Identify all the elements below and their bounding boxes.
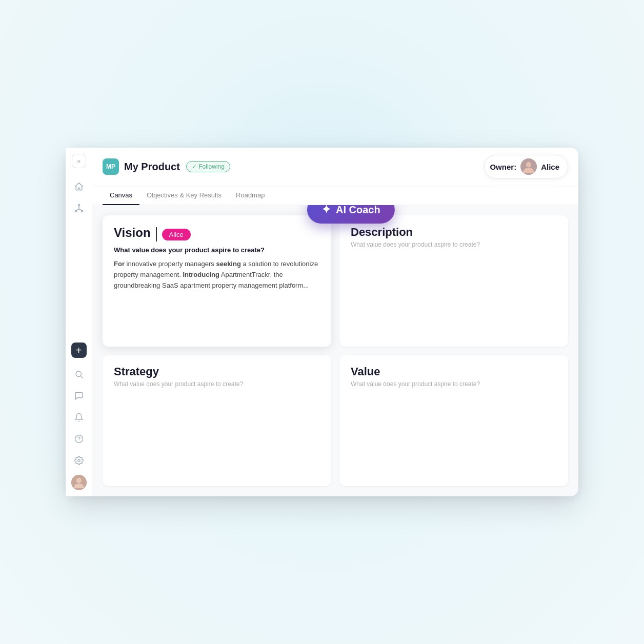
vision-card[interactable]: Vision Alice What value does your produc… — [103, 215, 331, 347]
desc-innovative: innovative property managers — [127, 260, 216, 268]
text-cursor — [156, 227, 157, 242]
left-sidebar: » + — [66, 148, 92, 496]
collapse-icon: » — [77, 158, 80, 164]
description-card-title: Description — [351, 226, 557, 239]
svg-point-6 — [76, 371, 82, 377]
svg-line-5 — [79, 209, 82, 211]
sidebar-add-button[interactable]: + — [71, 343, 87, 358]
description-card-subtitle: What value does your product aspire to c… — [351, 241, 557, 248]
strategy-card-title: Strategy — [114, 365, 320, 378]
following-badge[interactable]: ✓ Following — [186, 161, 230, 172]
svg-point-8 — [75, 435, 83, 443]
tab-canvas[interactable]: Canvas — [103, 186, 139, 205]
sidebar-icon-home[interactable] — [70, 177, 88, 196]
strategy-card-subtitle: What value does your product aspire to c… — [114, 380, 320, 388]
vision-title-row: Vision Alice — [114, 226, 320, 243]
sidebar-icon-chat[interactable] — [70, 387, 88, 405]
app-window: » + — [66, 148, 578, 496]
value-card-subtitle: What value does your product aspire to c… — [351, 380, 557, 388]
ai-coach-sparkle-icon: ✦ — [321, 205, 331, 216]
tabs-bar: Canvas Objectives & Key Results Roadmap — [92, 186, 578, 205]
product-title: My Product — [124, 161, 180, 173]
value-card[interactable]: Value What value does your product aspir… — [339, 355, 568, 486]
svg-line-7 — [80, 376, 83, 378]
owner-name: Alice — [541, 163, 559, 171]
owner-label: Owner: — [490, 163, 516, 171]
add-icon: + — [76, 345, 82, 355]
value-card-title: Value — [351, 365, 557, 378]
svg-point-2 — [81, 210, 83, 212]
vision-card-subtitle: What value does your product aspire to c… — [114, 246, 320, 254]
sidebar-icon-structure[interactable] — [70, 199, 88, 217]
sidebar-icon-notifications[interactable] — [70, 408, 88, 427]
product-logo: MP — [103, 158, 119, 175]
canvas-area: ✦ AI Coach Vision Alice What value does … — [92, 205, 578, 496]
description-card[interactable]: Description What value does your product… — [339, 215, 568, 347]
svg-point-13 — [526, 162, 531, 167]
svg-point-9 — [77, 459, 80, 462]
strategy-card[interactable]: Strategy What value does your product as… — [103, 355, 331, 486]
svg-line-4 — [76, 209, 79, 211]
ai-coach-label: AI Coach — [336, 205, 380, 216]
vision-card-title: Vision — [114, 226, 151, 240]
tab-roadmap[interactable]: Roadmap — [229, 186, 272, 205]
svg-point-0 — [78, 205, 79, 206]
sidebar-icon-help[interactable] — [70, 430, 88, 448]
tab-okr[interactable]: Objectives & Key Results — [139, 186, 229, 205]
sidebar-icon-settings[interactable] — [70, 451, 88, 470]
sidebar-collapse-button[interactable]: » — [72, 154, 86, 168]
user-avatar[interactable] — [71, 475, 87, 490]
sidebar-icon-search[interactable] — [70, 365, 88, 384]
desc-for: For — [114, 260, 125, 268]
svg-point-1 — [75, 210, 76, 212]
vision-card-description: For innovative property managers seeking… — [114, 259, 320, 291]
owner-section: Owner: Alice — [484, 155, 568, 178]
desc-introducing: Introducing — [183, 271, 219, 278]
following-label: ✓ Following — [192, 163, 225, 170]
ai-coach-button[interactable]: ✦ AI Coach — [307, 205, 395, 224]
owner-avatar — [520, 158, 537, 175]
desc-seeking: seeking — [216, 260, 240, 268]
main-content: MP My Product ✓ Following Owner: — [92, 148, 578, 496]
header: MP My Product ✓ Following Owner: — [92, 148, 578, 186]
svg-point-11 — [76, 478, 82, 483]
alice-badge: Alice — [162, 229, 191, 240]
